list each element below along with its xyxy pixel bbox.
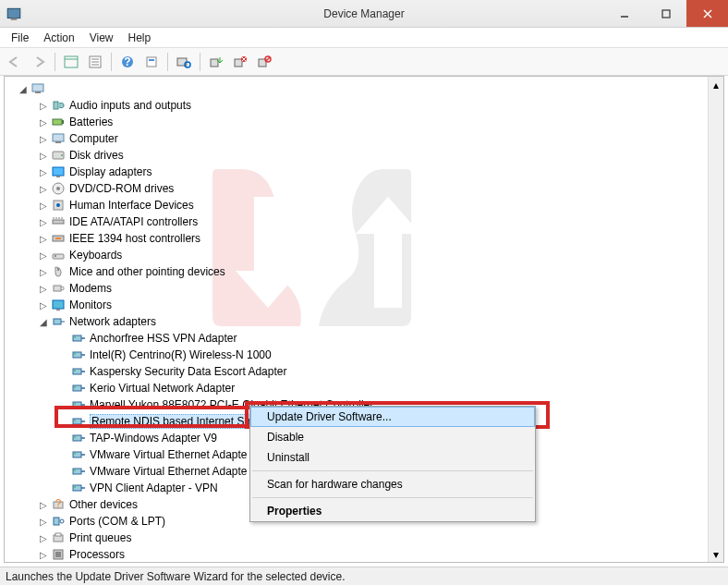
- category-icon: [51, 198, 66, 213]
- category-label: Modems: [69, 282, 112, 295]
- show-hidden-button[interactable]: [60, 51, 82, 73]
- tree-device[interactable]: Intel(R) Centrino(R) Wireless-N 1000: [5, 347, 723, 363]
- svg-rect-83: [73, 485, 81, 491]
- device-label: Kerio Virtual Network Adapter: [90, 382, 235, 395]
- collapse-icon[interactable]: ◢: [18, 83, 29, 94]
- menu-help[interactable]: Help: [121, 29, 159, 47]
- category-icon: [51, 214, 66, 229]
- window-title: Device Manager: [323, 7, 404, 20]
- tree-category[interactable]: ▷Computer: [5, 130, 723, 147]
- network-adapter-icon: [71, 364, 86, 379]
- svg-rect-51: [54, 286, 61, 291]
- tree-category[interactable]: ▷IEEE 1394 host controllers: [5, 230, 723, 247]
- category-icon: [51, 547, 66, 562]
- expand-icon[interactable]: ▷: [38, 499, 49, 510]
- svg-rect-48: [53, 254, 64, 259]
- properties-button[interactable]: [84, 51, 106, 73]
- app-icon: [6, 6, 22, 22]
- tree-category[interactable]: ▷Disk drives: [5, 147, 723, 164]
- back-button[interactable]: [4, 51, 26, 73]
- svg-rect-41: [53, 220, 64, 224]
- tree-category[interactable]: ▷Keyboards: [5, 247, 723, 263]
- minimize-button[interactable]: [603, 0, 645, 27]
- tree-category[interactable]: ▷Monitors: [5, 297, 723, 313]
- svg-rect-3: [662, 10, 670, 18]
- category-label: Audio inputs and outputs: [69, 99, 191, 112]
- category-icon: [51, 264, 66, 279]
- ctx-properties[interactable]: Properties: [250, 501, 535, 521]
- expand-icon[interactable]: ▷: [38, 266, 49, 277]
- update-driver-button[interactable]: [205, 51, 227, 73]
- tree-device[interactable]: Kaspersky Security Data Escort Adapter: [5, 363, 723, 380]
- device-label: Remote NDIS based Internet Sh: [90, 414, 252, 429]
- category-label: IEEE 1394 host controllers: [69, 232, 200, 245]
- tree-category[interactable]: ▷Mice and other pointing devices: [5, 263, 723, 280]
- tree-category[interactable]: ▷Batteries: [5, 114, 723, 130]
- tree-root[interactable]: ◢: [5, 80, 723, 97]
- category-icon: [51, 314, 66, 329]
- tree-category[interactable]: ▷Modems: [5, 280, 723, 297]
- category-label: Ports (COM & LPT): [69, 515, 165, 528]
- expand-icon[interactable]: ▷: [38, 532, 49, 543]
- tree-category[interactable]: ▷Audio inputs and outputs: [5, 97, 723, 114]
- svg-rect-47: [55, 238, 61, 239]
- tree-category[interactable]: ▷Processors: [5, 546, 723, 563]
- network-adapter-icon: [71, 347, 86, 362]
- menu-view[interactable]: View: [82, 29, 121, 47]
- forward-button[interactable]: [28, 51, 50, 73]
- svg-rect-54: [54, 319, 61, 324]
- network-adapter-icon: [71, 331, 86, 346]
- tree-category[interactable]: ▷IDE ATA/ATAPI controllers: [5, 213, 723, 230]
- svg-point-79: [74, 453, 76, 455]
- expand-icon[interactable]: ▷: [38, 183, 49, 194]
- expand-icon[interactable]: ▷: [38, 250, 49, 261]
- close-button[interactable]: [686, 0, 728, 27]
- expand-icon[interactable]: ▷: [38, 100, 49, 111]
- tree-category[interactable]: ▷Display adapters: [5, 164, 723, 180]
- ctx-disable[interactable]: Disable: [250, 427, 535, 447]
- tree-device[interactable]: Kerio Virtual Network Adapter: [5, 380, 723, 396]
- category-label: Print queues: [69, 531, 131, 544]
- tree-device[interactable]: Anchorfree HSS VPN Adapter: [5, 330, 723, 347]
- disable-button[interactable]: [253, 51, 275, 73]
- expand-icon[interactable]: ◢: [38, 316, 49, 327]
- tree-category[interactable]: ▷Human Interface Devices: [5, 197, 723, 213]
- computer-root-icon: [30, 81, 45, 96]
- tree-category[interactable]: ◢Network adapters: [5, 313, 723, 330]
- device-label: VPN Client Adapter - VPN: [90, 481, 218, 494]
- svg-line-25: [266, 57, 270, 61]
- expand-icon[interactable]: ▷: [38, 549, 49, 560]
- expand-icon[interactable]: ▷: [38, 233, 49, 244]
- category-label: Keyboards: [69, 249, 122, 262]
- category-label: Disk drives: [69, 149, 124, 162]
- expand-icon[interactable]: ▷: [38, 150, 49, 161]
- expand-icon[interactable]: ▷: [38, 516, 49, 527]
- ctx-uninstall[interactable]: Uninstall: [250, 447, 535, 468]
- expand-icon[interactable]: ▷: [38, 166, 49, 177]
- svg-rect-30: [62, 120, 64, 124]
- menu-action[interactable]: Action: [36, 29, 81, 47]
- tree-category[interactable]: ▷DVD/CD-ROM drives: [5, 180, 723, 197]
- maximize-button[interactable]: [645, 0, 686, 27]
- expand-icon[interactable]: ▷: [38, 283, 49, 294]
- expand-icon[interactable]: ▷: [38, 133, 49, 144]
- svg-rect-1: [11, 18, 18, 19]
- category-label: IDE ATA/ATAPI controllers: [69, 215, 198, 228]
- network-adapter-icon: [71, 414, 86, 429]
- uninstall-button[interactable]: [229, 51, 251, 73]
- expand-icon[interactable]: ▷: [38, 116, 49, 128]
- svg-text:?: ?: [55, 497, 62, 510]
- svg-rect-27: [35, 91, 41, 93]
- expand-icon[interactable]: ▷: [38, 299, 49, 311]
- menu-file[interactable]: File: [4, 29, 36, 47]
- svg-rect-15: [149, 59, 154, 61]
- expand-icon[interactable]: ▷: [38, 200, 49, 211]
- help-button[interactable]: ?: [116, 51, 139, 73]
- scan-button[interactable]: [173, 51, 195, 73]
- ctx-update-driver[interactable]: Update Driver Software...: [250, 407, 535, 427]
- expand-icon[interactable]: ▷: [38, 216, 49, 227]
- ctx-scan[interactable]: Scan for hardware changes: [250, 474, 535, 494]
- tree-category[interactable]: ▷Print queues: [5, 530, 723, 546]
- action-button[interactable]: [140, 51, 163, 73]
- category-label: Network adapters: [69, 315, 156, 328]
